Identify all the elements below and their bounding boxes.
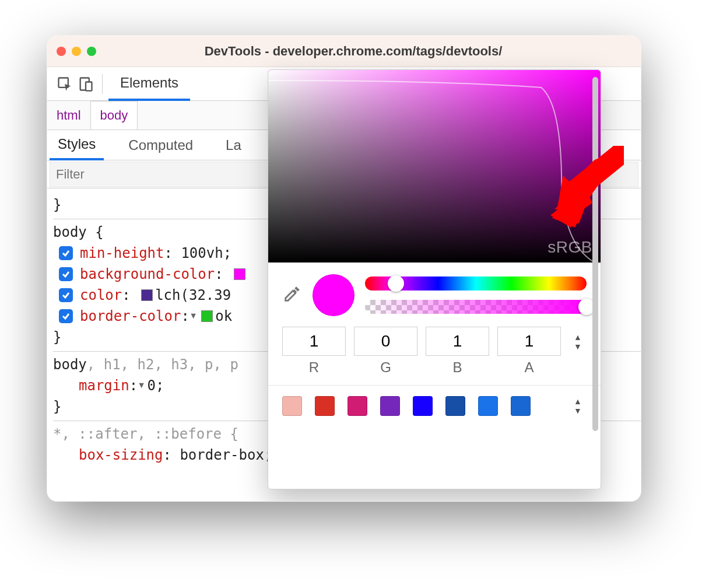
channel-r-input[interactable]	[282, 327, 346, 356]
tab-computed[interactable]: Computed	[120, 130, 201, 160]
toolbar-separator	[102, 74, 103, 94]
window-titlebar: DevTools - developer.chrome.com/tags/dev…	[47, 36, 641, 67]
color-swatch-icon[interactable]	[141, 289, 153, 301]
zoom-window-button[interactable]	[87, 47, 96, 56]
selector-gray: , h1, h2, h3, p, p	[87, 356, 238, 373]
prop-name: background-color	[80, 264, 215, 285]
inspect-element-icon[interactable]	[54, 74, 75, 94]
prop-name: box-sizing	[79, 444, 163, 466]
color-picker-popover: sRGB R	[268, 69, 601, 489]
minimize-window-button[interactable]	[72, 47, 81, 56]
traffic-lights	[57, 47, 96, 56]
decl-checkbox[interactable]	[59, 267, 73, 281]
channel-a: A	[497, 327, 561, 376]
prop-value: lch(32.39	[155, 285, 240, 306]
devtools-window: DevTools - developer.chrome.com/tags/dev…	[47, 35, 641, 502]
rgba-inputs: R G B A ▲▼	[268, 321, 601, 379]
tab-elements[interactable]: Elements	[108, 68, 190, 101]
palette-swatch[interactable]	[413, 396, 433, 416]
prop-name: min-height	[80, 243, 164, 264]
gamut-label: sRGB	[547, 238, 592, 257]
svg-rect-2	[86, 82, 92, 90]
decl-checkbox[interactable]	[59, 246, 73, 260]
format-stepper[interactable]: ▲▼	[569, 332, 587, 351]
selector-star: *	[53, 426, 61, 442]
annotation-arrow-icon	[547, 149, 617, 219]
hue-thumb[interactable]	[388, 275, 404, 292]
palette-swatch[interactable]	[315, 396, 335, 416]
scrollbar-thumb[interactable]	[592, 77, 598, 431]
hue-slider[interactable]	[365, 276, 587, 290]
palette-swatch[interactable]	[282, 396, 302, 416]
decl-checkbox[interactable]	[59, 309, 73, 323]
channel-b: B	[426, 327, 489, 376]
channel-b-label: B	[452, 359, 462, 376]
channel-r-label: R	[309, 359, 319, 376]
palette-swatch[interactable]	[478, 396, 498, 416]
tab-layout[interactable]: La	[217, 130, 250, 160]
prop-name: border-color	[80, 306, 181, 327]
channel-b-input[interactable]	[426, 327, 489, 356]
color-palette: ▲▼	[268, 386, 601, 426]
expand-triangle-icon[interactable]: ▶	[184, 314, 205, 318]
palette-stepper[interactable]: ▲▼	[569, 397, 587, 415]
picker-controls-row	[268, 262, 601, 321]
alpha-slider[interactable]	[365, 300, 587, 314]
decl-checkbox[interactable]	[59, 288, 73, 302]
close-window-button[interactable]	[57, 47, 66, 56]
color-sliders	[365, 276, 587, 314]
palette-swatch[interactable]	[511, 396, 531, 416]
palette-swatch[interactable]	[445, 396, 465, 416]
prop-name: margin	[79, 375, 129, 396]
palette-swatch[interactable]	[380, 396, 400, 416]
palette-swatch[interactable]	[348, 396, 367, 416]
window-title: DevTools - developer.chrome.com/tags/dev…	[110, 44, 596, 59]
prop-value: 100vh;	[181, 243, 231, 264]
color-swatch-icon[interactable]	[234, 268, 245, 280]
breadcrumb-html[interactable]: html	[47, 101, 91, 130]
channel-a-input[interactable]	[497, 327, 561, 356]
eyedropper-icon[interactable]	[282, 284, 302, 306]
selector-body: body	[53, 356, 87, 373]
channel-a-label: A	[524, 359, 534, 376]
tab-styles[interactable]: Styles	[50, 131, 104, 160]
prop-name: color	[80, 285, 122, 306]
channel-r: R	[282, 327, 346, 376]
device-toolbar-icon[interactable]	[75, 74, 96, 94]
selector-gray: , ::after, ::before {	[61, 426, 238, 442]
breadcrumb-body[interactable]: body	[91, 101, 138, 130]
current-color-swatch[interactable]	[313, 274, 355, 316]
channel-g: G	[354, 327, 417, 376]
channel-g-label: G	[380, 359, 391, 376]
prop-value: border-box;	[180, 444, 272, 466]
prop-value: ok	[215, 306, 232, 327]
popover-scrollbar[interactable]	[591, 74, 599, 485]
expand-triangle-icon[interactable]: ▶	[132, 383, 153, 388]
channel-g-input[interactable]	[354, 327, 417, 356]
